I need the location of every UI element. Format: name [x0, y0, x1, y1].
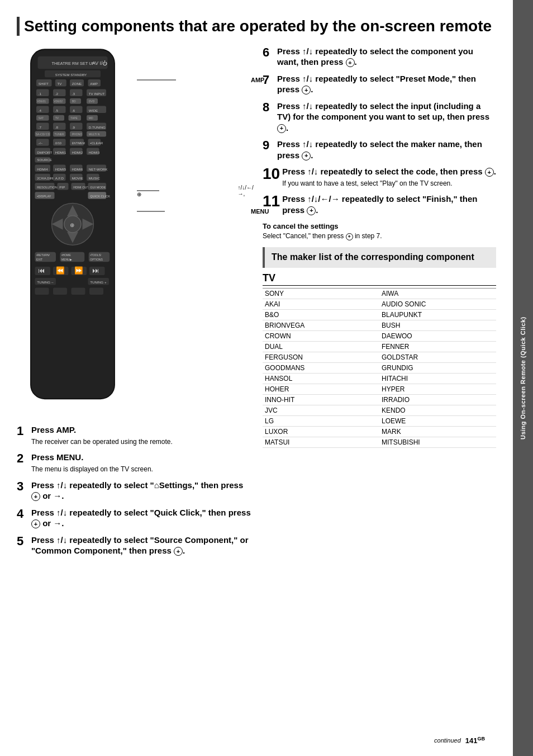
tv-cell: BRIONVEGA [263, 320, 379, 331]
cancel-section: To cancel the settings Select "Cancel," … [263, 222, 496, 240]
svg-text:ENT/MEM: ENT/MEM [72, 141, 85, 145]
step-10-desc: If you want to have a test, select "Play… [282, 179, 496, 188]
two-col-layout: THEATRE RM SET UP AV I/⏻ SYSTEM STANDBY … [17, 46, 496, 562]
step-6: 6 Press ↑/↓ repeatedly to select the com… [263, 46, 496, 68]
continued-text: continued [434, 737, 461, 744]
svg-text:.7: .7 [39, 125, 42, 129]
svg-text:•RETURN/: •RETURN/ [36, 253, 50, 257]
svg-text:HDMI4: HDMI4 [37, 167, 48, 171]
tv-cell: LUXOR [263, 427, 379, 437]
tv-section: TV SONYAIWAAKAIAUDIO SONICB&OBLAUPUNKTBR… [263, 272, 496, 448]
step-10-number: 10 [263, 166, 280, 182]
tv-cell: DUAL [263, 342, 379, 352]
step-7-content: Press ↑/↓ repeatedly to select "Preset M… [277, 73, 496, 95]
tv-cell: KENDO [379, 405, 496, 416]
step-1-content: Press AMP. The receiver can be operated … [31, 424, 251, 446]
step-3-number: 3 [17, 480, 29, 493]
svg-text:SOURCE: SOURCE [37, 158, 52, 162]
svg-text:.3: .3 [72, 91, 75, 95]
svg-text:.-/--: .-/-- [38, 141, 43, 145]
step-4: 4 Press ↑/↓ repeatedly to select "Quick … [17, 507, 251, 529]
svg-text:.2: .2 [55, 91, 59, 95]
svg-text:WIDE: WIDE [89, 108, 98, 112]
step-9-content: Press ↑/↓ repeatedly to select the maker… [277, 139, 496, 160]
svg-text:SHIFT: SHIFT [39, 82, 49, 86]
svg-text:TUNING –: TUNING – [37, 280, 54, 284]
step-10-title: Press ↑/↓ repeatedly to select the code,… [282, 166, 496, 177]
svg-rect-138 [72, 287, 85, 295]
svg-text:MENU▶: MENU▶ [61, 257, 72, 261]
svg-text:VDE02: VDE02 [54, 100, 63, 103]
svg-text:.8: .8 [55, 125, 59, 129]
step-5: 5 Press ↑/↓ repeatedly to select "Source… [17, 535, 251, 556]
page-number: 141GB [465, 736, 485, 745]
svg-text:MUSIC: MUSIC [89, 176, 101, 179]
svg-text:.1: .1 [39, 91, 42, 95]
tv-cell: INNO-HIT [263, 395, 379, 405]
step-3-content: Press ↑/↓ repeatedly to select "⌂Setting… [31, 480, 251, 502]
step-8-title: Press ↑/↓ repeatedly to select the input… [277, 101, 496, 134]
sidebar-tab: Using On-screen Remote (Quick Click) [513, 0, 533, 756]
tv-cell: DAEWOO [379, 331, 496, 342]
svg-text:AMP: AMP [90, 82, 98, 86]
step-2: 2 Press MENU. The menu is displayed on t… [17, 452, 251, 474]
svg-text:TV: TV [55, 116, 59, 120]
amp-label: AMP [137, 77, 264, 83]
step-9: 9 Press ↑/↓ repeatedly to select the mak… [263, 139, 496, 160]
svg-text:MD: MD [89, 116, 93, 120]
tv-cell: AUDIO SONIC [379, 299, 496, 310]
step-8-content: Press ↑/↓ repeatedly to select the input… [277, 101, 496, 134]
step-11-content: Press ↑/↓/←/→ repeatedly to select "Fini… [282, 193, 496, 215]
svg-text:BD: BD [72, 100, 76, 103]
step-2-title: Press MENU. [31, 452, 251, 463]
svg-text:OPTIONS: OPTIONS [90, 257, 103, 261]
svg-text:THEATRE RM SET UP: THEATRE RM SET UP [52, 60, 95, 65]
svg-rect-137 [53, 287, 67, 295]
tv-cell: GOLDSTAR [379, 352, 496, 363]
svg-text:PHONO: PHONO [72, 133, 82, 136]
step-11-title: Press ↑/↓/←/→ repeatedly to select "Fini… [282, 193, 496, 215]
svg-text:DMPORT: DMPORT [37, 150, 52, 154]
tv-cell: HYPER [379, 384, 496, 395]
tv-cell: CROWN [263, 331, 379, 342]
tv-cell: MITSUBISHI [379, 437, 496, 448]
step-11-number: 11 [263, 193, 280, 209]
svg-text:TV: TV [58, 82, 63, 86]
step-10: 10 Press ↑/↓ repeatedly to select the co… [263, 166, 496, 188]
left-column: THEATRE RM SET UP AV I/⏻ SYSTEM STANDBY … [17, 46, 251, 562]
main-content: Setting components that are operated by … [0, 0, 513, 756]
svg-text:HDMI6: HDMI6 [72, 167, 83, 171]
tv-cell: HOHER [263, 384, 379, 395]
maker-list-box: The maker list of the corresponding comp… [263, 247, 496, 268]
tv-cell: IRRADIO [379, 395, 496, 405]
tv-cell: LOEWE [379, 416, 496, 427]
arrows-label: ↑/↓/←/→, [137, 185, 258, 197]
svg-text:⏪: ⏪ [56, 266, 65, 275]
menu-label: MENU [137, 208, 269, 215]
step-6-content: Press ↑/↓ repeatedly to select the compo… [277, 46, 496, 68]
enter-label: ⊕ [137, 191, 141, 197]
svg-text:SA-CD/ CD: SA-CD/ CD [36, 133, 50, 136]
svg-text:.9: .9 [72, 125, 75, 129]
svg-text:ZONE: ZONE [72, 82, 82, 86]
tv-cell: JVC [263, 405, 379, 416]
svg-text:⏮: ⏮ [38, 267, 45, 275]
svg-text:.0/10: .0/10 [55, 141, 61, 145]
svg-text:TAPE: TAPE [70, 116, 78, 120]
step-1: 1 Press AMP. The receiver can be operate… [17, 424, 251, 446]
svg-text:HDMI1: HDMI1 [55, 150, 66, 154]
svg-text:TUNER: TUNER [55, 133, 65, 136]
tv-cell: FENNER [379, 342, 496, 352]
step-3: 3 Press ↑/↓ repeatedly to select "⌂Setti… [17, 480, 251, 502]
tv-cell: BUSH [379, 320, 496, 331]
svg-text:HDMI2: HDMI2 [72, 150, 83, 154]
step-9-title: Press ↑/↓ repeatedly to select the maker… [277, 139, 496, 160]
tv-cell: LG [263, 416, 379, 427]
tv-cell: GRUNDIG [379, 363, 496, 374]
svg-text:SAT: SAT [39, 116, 44, 120]
tv-cell: B&O [263, 310, 379, 320]
tv-table: SONYAIWAAKAIAUDIO SONICB&OBLAUPUNKTBRION… [263, 288, 496, 448]
step-4-number: 4 [17, 507, 29, 521]
tv-cell: HITACHI [379, 374, 496, 384]
tv-cell: AIWA [379, 289, 496, 299]
